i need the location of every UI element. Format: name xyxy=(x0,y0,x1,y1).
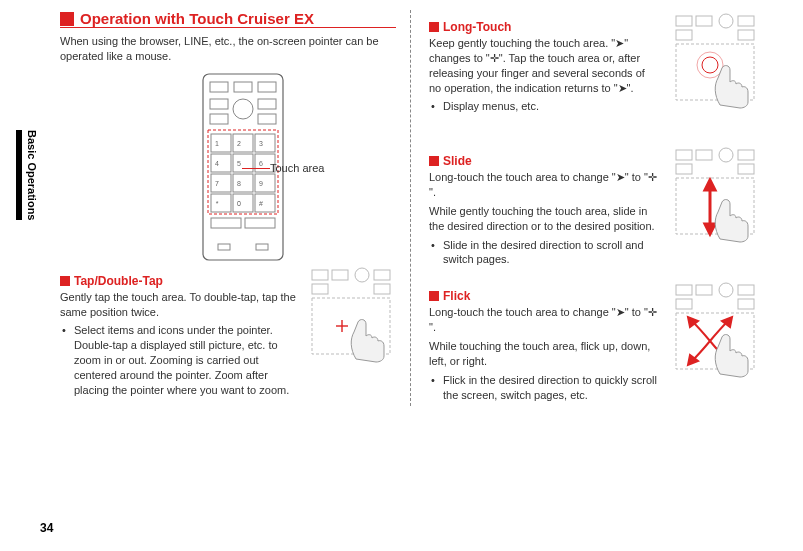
svg-rect-38 xyxy=(312,270,328,280)
red-square-icon xyxy=(429,22,439,32)
crosshair-icon: ✛ xyxy=(490,51,499,66)
svg-rect-11 xyxy=(233,134,253,152)
svg-text:2: 2 xyxy=(237,140,241,147)
flick-bullet: Flick in the desired direction to quickl… xyxy=(443,373,660,403)
red-square-icon xyxy=(60,276,70,286)
svg-rect-16 xyxy=(211,174,231,192)
flick-heading: Flick xyxy=(429,289,660,303)
red-square-icon xyxy=(60,12,74,26)
slide-body: Long-touch the touch area to change "➤" … xyxy=(429,170,660,200)
svg-text:7: 7 xyxy=(215,180,219,187)
right-column: Long-Touch Keep gently touching the touc… xyxy=(410,10,760,406)
remote-figure: 123 456 789 *0# Touch area xyxy=(60,72,396,262)
svg-rect-21 xyxy=(255,194,275,212)
section-title: Operation with Touch Cruiser EX xyxy=(80,10,314,27)
touch-area-label: Touch area xyxy=(270,162,324,174)
svg-rect-70 xyxy=(676,299,692,309)
longtouch-illustration xyxy=(670,10,760,110)
slide-illustration xyxy=(670,144,760,244)
svg-rect-1 xyxy=(210,82,228,92)
svg-rect-6 xyxy=(258,99,276,109)
svg-rect-59 xyxy=(738,150,754,160)
svg-rect-17 xyxy=(233,174,253,192)
flick-title: Flick xyxy=(443,289,470,303)
svg-rect-57 xyxy=(696,150,712,160)
longtouch-body: Keep gently touching the touch area. "➤"… xyxy=(429,36,660,95)
svg-rect-7 xyxy=(210,114,228,124)
svg-rect-19 xyxy=(211,194,231,212)
red-square-icon xyxy=(429,156,439,166)
svg-rect-13 xyxy=(211,154,231,172)
tap-body: Gently tap the touch area. To double-tap… xyxy=(60,290,296,320)
svg-rect-10 xyxy=(211,134,231,152)
svg-text:8: 8 xyxy=(237,180,241,187)
svg-point-68 xyxy=(719,283,733,297)
svg-rect-52 xyxy=(738,30,754,40)
svg-marker-64 xyxy=(705,180,715,190)
cursor-icon: ➤ xyxy=(615,36,624,51)
page-number: 34 xyxy=(40,521,53,535)
svg-rect-69 xyxy=(738,285,754,295)
svg-rect-66 xyxy=(676,285,692,295)
svg-rect-61 xyxy=(738,164,754,174)
svg-point-58 xyxy=(719,148,733,162)
svg-rect-43 xyxy=(374,284,390,294)
svg-rect-5 xyxy=(210,99,228,109)
svg-rect-14 xyxy=(233,154,253,172)
tap-title: Tap/Double-Tap xyxy=(74,274,163,288)
flick-illustration xyxy=(670,279,760,379)
svg-point-40 xyxy=(355,268,369,282)
svg-text:*: * xyxy=(216,200,219,207)
side-tab: Basic Operations xyxy=(16,130,38,220)
svg-rect-71 xyxy=(738,299,754,309)
crosshair-icon: ✛ xyxy=(648,305,657,320)
cursor-icon: ➤ xyxy=(616,305,625,320)
longtouch-heading: Long-Touch xyxy=(429,20,660,34)
svg-text:5: 5 xyxy=(237,160,241,167)
section-title-bar: Operation with Touch Cruiser EX xyxy=(60,10,396,28)
svg-text:3: 3 xyxy=(259,140,263,147)
svg-rect-3 xyxy=(258,82,276,92)
svg-point-54 xyxy=(702,57,718,73)
svg-text:#: # xyxy=(259,200,263,207)
svg-rect-47 xyxy=(676,16,692,26)
svg-rect-2 xyxy=(234,82,252,92)
svg-rect-8 xyxy=(258,114,276,124)
svg-rect-34 xyxy=(211,218,241,228)
flick-body2: While touching the touch area, flick up,… xyxy=(429,339,660,369)
svg-text:6: 6 xyxy=(259,160,263,167)
svg-rect-50 xyxy=(738,16,754,26)
red-square-icon xyxy=(429,291,439,301)
crosshair-icon: ✛ xyxy=(648,170,657,185)
tap-bullet: Select items and icons under the pointer… xyxy=(74,323,296,397)
svg-rect-67 xyxy=(696,285,712,295)
slide-body2: While gently touching the touch area, sl… xyxy=(429,204,660,234)
svg-text:0: 0 xyxy=(237,200,241,207)
svg-rect-48 xyxy=(696,16,712,26)
svg-rect-39 xyxy=(332,270,348,280)
cursor-icon: ➤ xyxy=(618,81,627,96)
svg-text:9: 9 xyxy=(259,180,263,187)
flick-body: Long-touch the touch area to change "➤" … xyxy=(429,305,660,335)
svg-text:1: 1 xyxy=(215,140,219,147)
longtouch-bullet: Display menus, etc. xyxy=(443,99,660,114)
svg-point-49 xyxy=(719,14,733,28)
left-column: Operation with Touch Cruiser EX When usi… xyxy=(60,10,410,406)
svg-rect-36 xyxy=(218,244,230,250)
svg-rect-42 xyxy=(312,284,328,294)
svg-rect-12 xyxy=(255,134,275,152)
svg-marker-65 xyxy=(705,224,715,234)
slide-heading: Slide xyxy=(429,154,660,168)
svg-text:4: 4 xyxy=(215,160,219,167)
svg-rect-20 xyxy=(233,194,253,212)
tap-illustration xyxy=(306,264,396,364)
longtouch-title: Long-Touch xyxy=(443,20,511,34)
svg-rect-60 xyxy=(676,164,692,174)
svg-rect-37 xyxy=(256,244,268,250)
callout-line xyxy=(242,168,270,169)
svg-rect-35 xyxy=(245,218,275,228)
intro-text: When using the browser, LINE, etc., the … xyxy=(60,34,396,64)
svg-rect-18 xyxy=(255,174,275,192)
svg-rect-56 xyxy=(676,150,692,160)
slide-bullet: Slide in the desired direction to scroll… xyxy=(443,238,660,268)
